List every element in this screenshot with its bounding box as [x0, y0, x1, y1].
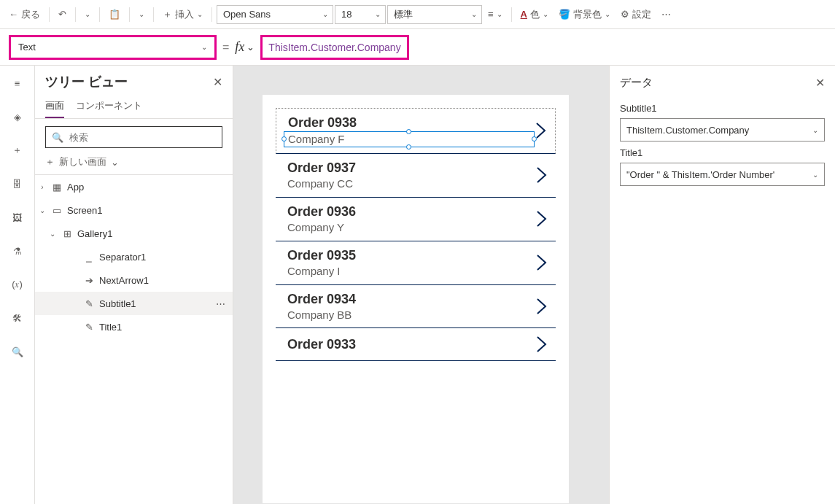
tree-search[interactable]: 🔍	[45, 126, 222, 148]
overflow-button[interactable]: ⋯	[657, 4, 675, 25]
rail-insert-button[interactable]: ＋	[6, 139, 29, 162]
selection-handle[interactable]	[406, 129, 411, 134]
rail-tree-button[interactable]: ≡	[6, 71, 29, 95]
gallery-item-subtitle[interactable]: Company I	[287, 264, 535, 279]
gallery-item-title[interactable]: Order 0936	[287, 203, 535, 220]
more-icon[interactable]: ⋯	[216, 298, 227, 309]
chevron-right-icon[interactable]	[535, 120, 552, 141]
chevron-right-icon[interactable]	[535, 334, 553, 354]
align-icon: ≡	[488, 9, 494, 20]
settings-button[interactable]: ⚙ 設定	[616, 4, 656, 25]
chevron-down-icon: ⌄	[48, 230, 57, 238]
variable-icon: (𝑥)	[12, 279, 23, 290]
gallery-item[interactable]: Order 0937Company CC	[276, 154, 556, 198]
data-panel-header: データ ✕	[620, 76, 825, 90]
tree-node-screen1[interactable]: ⌄ ▭ Screen1	[35, 198, 233, 222]
font-size-select[interactable]: 18 ⌄	[335, 5, 386, 24]
gallery-item-subtitle[interactable]: Company CC	[287, 177, 535, 191]
left-rail: ≡ ◈ ＋ 🗄 🖼 ⚗ (𝑥) 🛠 🔍	[0, 66, 35, 504]
undo-button[interactable]: ↶	[54, 4, 71, 25]
gallery-item-subtitle[interactable]: Company Y	[287, 220, 535, 235]
chevron-right-icon: ›	[38, 183, 47, 191]
tree-tabs: 画面 コンポーネント	[35, 95, 233, 119]
bucket-icon: 🪣	[559, 9, 570, 20]
tree-node-gallery1[interactable]: ⌄ ⊞ Gallery1	[35, 222, 233, 245]
rail-layers-button[interactable]: ◈	[6, 105, 29, 128]
media-icon: 🖼	[12, 212, 22, 223]
tree-node-app[interactable]: › ▦ App	[35, 175, 233, 198]
gallery-item-subtitle[interactable]: Company BB	[287, 308, 535, 322]
rail-variables-button[interactable]: (𝑥)	[6, 273, 29, 296]
label-icon: ✎	[83, 321, 95, 333]
chevron-right-icon[interactable]	[535, 296, 553, 317]
tab-components[interactable]: コンポーネント	[76, 95, 142, 118]
chevron-down-icon: ⌄	[497, 10, 502, 18]
gallery-item[interactable]: Order 0935Company I	[276, 241, 556, 285]
device-frame[interactable]: Order 0938Company FOrder 0937Company CCO…	[263, 95, 569, 503]
equals-sign: =	[222, 41, 229, 54]
canvas[interactable]: Order 0938Company FOrder 0937Company CCO…	[233, 66, 609, 504]
gallery-item-text: Order 0937Company CC	[287, 160, 535, 191]
tree-node-title1[interactable]: ✎ Title1	[35, 315, 233, 338]
fx-icon: fx	[235, 39, 244, 55]
paste-chevron[interactable]: ⌄	[134, 4, 149, 25]
node-label: Separator1	[99, 252, 146, 263]
chevron-right-icon[interactable]	[535, 252, 553, 273]
rail-flows-button[interactable]: ⚗	[6, 239, 29, 263]
gallery[interactable]: Order 0938Company FOrder 0937Company CCO…	[276, 108, 556, 361]
chevron-down-icon: ⌄	[246, 42, 255, 53]
bgcolor-label: 背景色	[573, 8, 602, 21]
tree-node-separator1[interactable]: ⎯ Separator1	[35, 245, 233, 268]
color-label: 色	[530, 8, 540, 21]
property-selector[interactable]: Text ⌄	[9, 35, 217, 60]
label-icon: ✎	[83, 298, 95, 309]
rail-tools-button[interactable]: 🛠	[6, 306, 29, 330]
bg-color-button[interactable]: 🪣 背景色 ⌄	[554, 4, 615, 25]
chevron-right-icon[interactable]	[535, 209, 553, 229]
close-icon[interactable]: ✕	[815, 76, 825, 90]
paste-button[interactable]: 📋	[104, 4, 125, 25]
gallery-item-subtitle[interactable]: Company F	[284, 131, 535, 147]
selection-handle[interactable]	[281, 136, 287, 141]
search-input[interactable]	[69, 132, 216, 143]
gallery-item-title[interactable]: Order 0933	[287, 336, 535, 353]
font-color-button[interactable]: A 色 ⌄	[516, 4, 553, 25]
tree-node-nextarrow1[interactable]: ➔ NextArrow1	[35, 268, 233, 292]
layers-icon: ◈	[14, 112, 21, 123]
separator	[511, 7, 512, 22]
close-icon[interactable]: ✕	[213, 75, 222, 89]
new-screen-button[interactable]: ＋ 新しい画面 ⌄	[45, 155, 222, 168]
rail-media-button[interactable]: 🖼	[6, 206, 29, 229]
main-area: ≡ ◈ ＋ 🗄 🖼 ⚗ (𝑥) 🛠 🔍 ツリー ビュー ✕ 画面 コンポーネント…	[0, 66, 835, 504]
gallery-item-title[interactable]: Order 0938	[288, 115, 535, 131]
font-family-select[interactable]: Open Sans ⌄	[217, 5, 333, 24]
font-weight-select[interactable]: 標準 ⌄	[387, 5, 482, 24]
back-button[interactable]: ← 戻る	[4, 4, 44, 25]
chevron-right-icon[interactable]	[535, 165, 553, 185]
tree-node-subtitle1[interactable]: ✎ Subtitle1 ⋯	[35, 292, 233, 315]
align-button[interactable]: ≡⌄	[483, 4, 507, 25]
data-field-select[interactable]: "Order " & ThisItem.'Order Number'⌄	[620, 163, 825, 186]
chevron-down-icon: ⌄	[605, 10, 610, 18]
gallery-item[interactable]: Order 0934Company BB	[276, 285, 556, 329]
selection-handle[interactable]	[406, 144, 411, 150]
rail-data-button[interactable]: 🗄	[6, 172, 29, 195]
formula-input[interactable]: ThisItem.Customer.Company	[260, 35, 408, 60]
gallery-item[interactable]: Order 0936Company Y	[276, 198, 556, 241]
more-icon: ⋯	[661, 9, 671, 20]
gallery-item-title[interactable]: Order 0934	[287, 291, 535, 308]
data-field-select[interactable]: ThisItem.Customer.Company⌄	[620, 118, 825, 141]
arrow-left-icon: ←	[9, 9, 18, 20]
undo-chevron[interactable]: ⌄	[80, 4, 95, 25]
tab-screens[interactable]: 画面	[45, 95, 64, 118]
fx-button[interactable]: fx ⌄	[235, 39, 255, 55]
gallery-item-title[interactable]: Order 0937	[287, 160, 535, 177]
data-field-label: Title1	[620, 147, 825, 158]
gallery-item[interactable]: Order 0933	[276, 328, 556, 361]
gallery-item-title[interactable]: Order 0935	[287, 247, 535, 264]
gallery-item[interactable]: Order 0938Company F	[276, 108, 556, 154]
rail-search-button[interactable]: 🔍	[6, 340, 29, 363]
ribbon: ← 戻る ↶ ⌄ 📋 ⌄ ＋ 挿入 ⌄ Open Sans ⌄ 18 ⌄ 標準 …	[0, 0, 835, 29]
separator	[211, 7, 212, 22]
insert-button[interactable]: ＋ 挿入 ⌄	[158, 4, 207, 25]
